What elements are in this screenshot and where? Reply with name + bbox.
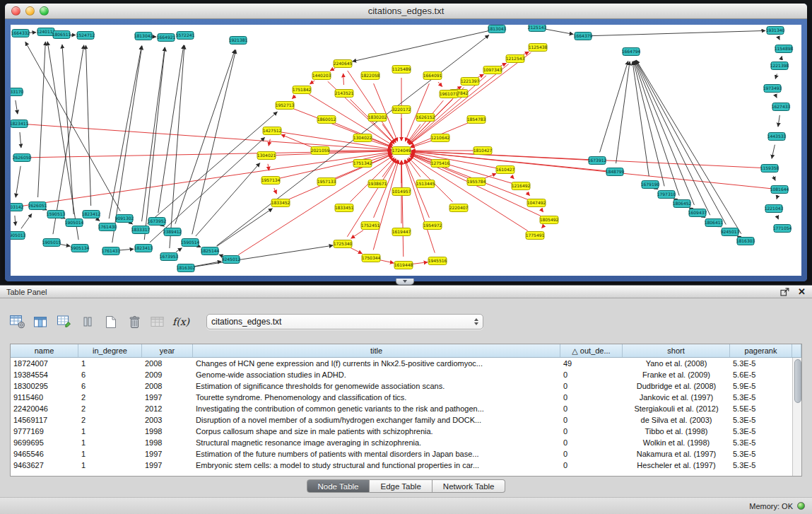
graph-node[interactable]: 1775491 — [526, 232, 545, 240]
graph-node[interactable]: 1097343 — [483, 66, 502, 74]
graph-node[interactable]: 1443533 — [767, 133, 787, 141]
graph-node[interactable]: 1125438 — [529, 44, 548, 52]
table-row[interactable]: 977716911998Corpus callosum shape and si… — [11, 426, 792, 437]
graph-node[interactable]: 1806511 — [52, 31, 71, 39]
graph-node[interactable]: 1805492 — [540, 216, 559, 224]
show-columns-button[interactable] — [32, 312, 50, 332]
graph-node[interactable]: 1679190 — [641, 181, 660, 189]
table-row[interactable]: 969969511998Structural magnetic resonanc… — [11, 437, 792, 448]
graph-node[interactable]: 1973493 — [763, 85, 782, 93]
graph-node[interactable]: 1816302 — [177, 264, 196, 272]
column-header-in_degree[interactable]: in_degree — [78, 344, 142, 357]
graph-node[interactable]: 5905134 — [71, 245, 90, 252]
network-graph[interactable]: 1724049181042718547831957842166409111254… — [11, 25, 801, 276]
graph-node[interactable]: 1221397 — [461, 78, 480, 86]
graph-node[interactable]: 2125143 — [528, 25, 547, 32]
graph-node[interactable]: 2389412 — [163, 228, 182, 236]
graph-node[interactable]: 1513445 — [416, 180, 435, 188]
graph-node[interactable]: 1610427 — [496, 166, 515, 174]
graph-node[interactable]: 1627433 — [772, 103, 791, 111]
graph-node[interactable]: 1212543 — [506, 55, 525, 63]
graph-node[interactable]: 1590514 — [181, 239, 200, 247]
table-settings-button[interactable] — [8, 312, 27, 332]
graph-node[interactable]: 1673952 — [148, 218, 167, 226]
table-row[interactable]: 946554611997Estimation of the future num… — [11, 448, 792, 460]
graph-node[interactable]: 2240645 — [334, 60, 353, 68]
graph-node[interactable]: 1931340 — [766, 27, 785, 35]
scrollbar-thumb[interactable] — [794, 359, 801, 403]
graph-node[interactable]: 1806411 — [705, 219, 724, 227]
table-row[interactable]: 1938455462009Genome-wide association stu… — [11, 369, 792, 380]
graph-node[interactable]: 1619447 — [392, 228, 411, 236]
graph-node[interactable]: 1854783 — [467, 116, 486, 124]
table-row[interactable]: 911546021997Tourette syndrome. Phenomeno… — [11, 392, 792, 403]
graph-node[interactable]: 5572241 — [176, 32, 195, 40]
graph-node[interactable]: 1825144 — [201, 247, 220, 255]
edit-table-button[interactable] — [55, 312, 73, 332]
tab-edge-table[interactable]: Edge Table — [370, 479, 432, 493]
graph-node[interactable]: 1823412 — [82, 211, 101, 218]
graph-node[interactable]: 1761430 — [98, 223, 117, 231]
graph-node[interactable]: 1905013 — [11, 232, 26, 240]
function-builder-button[interactable]: f(x) — [172, 312, 190, 332]
graph-node[interactable]: 1724049 — [392, 147, 411, 155]
graph-node[interactable]: 1751342 — [353, 160, 372, 168]
graph-node[interactable]: 1813043 — [488, 25, 507, 33]
graph-node[interactable]: 1014957 — [392, 188, 411, 196]
graph-node[interactable]: 2626051 — [28, 202, 47, 210]
graph-node[interactable]: 1848799 — [606, 168, 625, 176]
graph-node[interactable]: 1590513 — [47, 211, 66, 218]
graph-node[interactable]: 1830202 — [368, 114, 387, 122]
graph-node[interactable]: 1952713 — [276, 102, 295, 110]
graph-node[interactable]: 1771054 — [773, 225, 792, 233]
panel-collapse-handle[interactable] — [396, 279, 414, 285]
graph-node[interactable]: 1823411 — [11, 120, 29, 128]
graph-node[interactable]: 1275416 — [431, 160, 450, 168]
graph-node[interactable]: 1810427 — [473, 147, 493, 155]
graph-node[interactable]: 1304022 — [353, 134, 372, 142]
column-header-title[interactable]: title — [193, 344, 560, 357]
close-panel-icon[interactable]: ✕ — [798, 287, 806, 296]
float-panel-icon[interactable] — [780, 288, 789, 296]
graph-node[interactable]: 1664794 — [622, 48, 641, 56]
graph-node[interactable]: 1833451 — [335, 204, 354, 212]
graph-node[interactable]: 1905014 — [65, 219, 84, 227]
graph-node[interactable]: 9091302 — [115, 215, 134, 223]
tab-network-table[interactable]: Network Table — [433, 479, 506, 493]
graph-node[interactable]: 1761431 — [102, 247, 121, 255]
graph-node[interactable]: 1673953 — [160, 253, 179, 261]
graph-node[interactable]: 1664921 — [157, 34, 176, 42]
graph-node[interactable]: 1125489 — [392, 66, 411, 74]
graph-node[interactable]: 1833452 — [271, 199, 290, 207]
table-row[interactable]: 2242004622012Investigating the contribut… — [11, 403, 792, 414]
table-row[interactable]: 946362711997Embryonic stem cells: a mode… — [11, 460, 792, 471]
graph-node[interactable]: 1609437 — [688, 209, 707, 217]
column-header-short[interactable]: short — [623, 344, 730, 357]
graph-node[interactable]: 1221043 — [765, 205, 784, 213]
graph-node[interactable]: 1221398 — [770, 62, 789, 70]
column-header-year[interactable]: year — [142, 344, 193, 357]
table-row[interactable]: 1872400712008Changes of HCN gene express… — [11, 358, 792, 369]
graph-node[interactable]: 2033170 — [11, 88, 24, 96]
create-table-button[interactable] — [102, 312, 120, 332]
graph-node[interactable]: 1823413 — [134, 245, 153, 252]
import-table-button[interactable] — [148, 312, 167, 332]
graph-node[interactable]: 1664332 — [11, 30, 30, 37]
graph-node[interactable]: 1154898 — [775, 45, 794, 53]
graph-node[interactable]: 1440203 — [312, 72, 331, 80]
column-header-out_degree[interactable]: △ out_de... — [560, 344, 623, 357]
graph-node[interactable]: 1806452 — [673, 200, 692, 208]
graph-node[interactable]: 1797310 — [657, 191, 676, 199]
graph-node[interactable]: 1751842 — [293, 86, 312, 94]
network-canvas[interactable]: 1724049181042718547831957842166409111254… — [11, 25, 801, 276]
graph-node[interactable]: 1816303 — [736, 238, 755, 245]
column-header-name[interactable]: name — [11, 344, 78, 357]
graph-node[interactable]: 2021059 — [311, 147, 330, 155]
graph-node[interactable]: 1664091 — [423, 72, 442, 80]
graph-node[interactable]: 2626050 — [13, 154, 32, 162]
graph-node[interactable]: 1664379 — [574, 33, 593, 40]
zoom-window-button[interactable] — [40, 6, 49, 16]
graph-node[interactable]: 1833317 — [131, 226, 151, 234]
graph-node[interactable]: 1047492 — [527, 199, 546, 207]
tab-node-table[interactable]: Node Table — [307, 479, 370, 493]
